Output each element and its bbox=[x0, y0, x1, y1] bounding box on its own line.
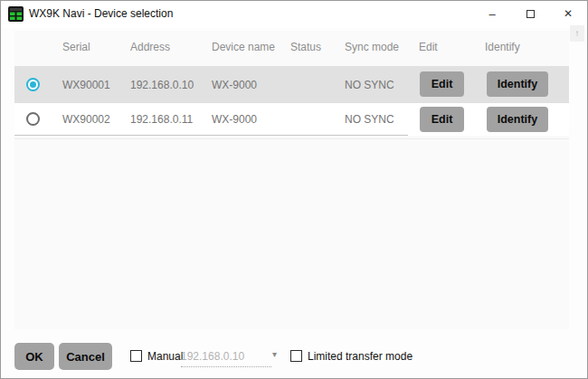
limited-transfer-mode-checkbox[interactable] bbox=[290, 350, 302, 362]
cell-sync-mode: NO SYNC bbox=[345, 79, 394, 91]
table-row[interactable]: WX90001 192.168.0.10 WX-9000 NO SYNC Edi… bbox=[14, 66, 569, 103]
title-bar: WX9K Navi - Device selection – ✕ bbox=[1, 1, 587, 28]
column-header-address: Address bbox=[130, 41, 170, 53]
app-icon bbox=[8, 6, 24, 22]
minimize-icon: – bbox=[488, 7, 495, 21]
edit-button[interactable]: Edit bbox=[420, 71, 464, 97]
close-button[interactable]: ✕ bbox=[549, 1, 587, 28]
manual-checkbox[interactable] bbox=[130, 350, 142, 362]
scroll-up-icon: ↑ bbox=[575, 28, 580, 38]
cell-serial: WX90001 bbox=[62, 79, 110, 91]
column-header-status: Status bbox=[290, 41, 321, 53]
row-separator-light bbox=[14, 138, 569, 139]
close-icon: ✕ bbox=[564, 7, 573, 20]
table-header-row: Serial Address Device name Status Sync m… bbox=[1, 33, 587, 64]
cell-address: 192.168.0.10 bbox=[130, 79, 194, 91]
column-header-serial: Serial bbox=[62, 41, 90, 53]
table-row[interactable]: WX90002 192.168.0.11 WX-9000 NO SYNC Edi… bbox=[14, 103, 569, 136]
column-header-sync-mode: Sync mode bbox=[345, 41, 399, 53]
window-title: WX9K Navi - Device selection bbox=[29, 1, 173, 28]
identify-button[interactable]: Identify bbox=[487, 107, 548, 132]
column-header-identify: Identify bbox=[485, 41, 520, 53]
cell-serial: WX90002 bbox=[62, 113, 110, 126]
footer-bar: OK Cancel Manual 192.168.0.10 ▾ Limited … bbox=[1, 329, 587, 379]
scrollbar-up-button[interactable]: ↑ bbox=[570, 25, 584, 42]
manual-checkbox-label: Manual bbox=[147, 350, 183, 363]
cell-address: 192.168.0.11 bbox=[130, 113, 193, 126]
cell-sync-mode: NO SYNC bbox=[345, 113, 394, 126]
column-header-device-name: Device name bbox=[212, 41, 275, 53]
ok-button[interactable]: OK bbox=[14, 343, 54, 370]
column-header-edit: Edit bbox=[419, 41, 438, 53]
chevron-down-icon[interactable]: ▾ bbox=[272, 349, 277, 359]
device-radio-unselected[interactable] bbox=[26, 112, 40, 126]
radio-dot bbox=[30, 81, 36, 88]
identify-button[interactable]: Identify bbox=[487, 71, 548, 97]
maximize-icon bbox=[526, 10, 535, 18]
cell-device-name: WX-9000 bbox=[212, 79, 257, 91]
cancel-button[interactable]: Cancel bbox=[59, 343, 112, 370]
minimize-button[interactable]: – bbox=[473, 1, 511, 28]
manual-address-value[interactable]: 192.168.0.10 bbox=[181, 350, 271, 367]
row-separator bbox=[14, 135, 408, 136]
edit-button[interactable]: Edit bbox=[420, 107, 464, 132]
maximize-button[interactable] bbox=[511, 1, 549, 28]
device-selection-dialog: WX9K Navi - Device selection – ✕ Serial … bbox=[0, 0, 588, 379]
cell-device-name: WX-9000 bbox=[212, 113, 257, 126]
device-radio-selected[interactable] bbox=[26, 78, 40, 91]
limited-transfer-mode-label: Limited transfer mode bbox=[308, 350, 413, 363]
manual-address-combo[interactable]: 192.168.0.10 ▾ bbox=[181, 347, 280, 367]
